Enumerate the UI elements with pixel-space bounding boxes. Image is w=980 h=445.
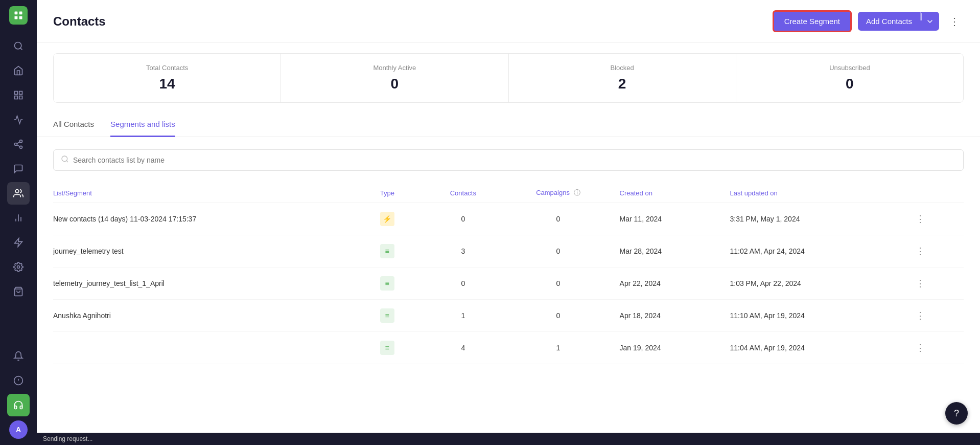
row-campaigns: 0 xyxy=(501,300,615,332)
row-contacts: 1 xyxy=(426,300,501,332)
col-last-updated: Last updated on xyxy=(726,183,907,203)
col-contacts: Contacts xyxy=(426,183,501,203)
row-campaigns: 0 xyxy=(501,235,615,268)
campaigns-info-icon[interactable]: ⓘ xyxy=(574,189,580,196)
row-type: ≡ xyxy=(376,235,426,268)
sidebar-bottom: A xyxy=(7,345,30,439)
sidebar-item-billing[interactable] xyxy=(7,369,30,392)
row-more-button[interactable]: ⋮ xyxy=(912,276,929,291)
row-contacts: 4 xyxy=(426,332,501,364)
help-button[interactable]: ? xyxy=(945,402,968,425)
sidebar-item-contacts[interactable] xyxy=(7,182,30,205)
stat-monthly-active: Monthly Active 0 xyxy=(281,54,508,102)
stat-blocked-value: 2 xyxy=(519,76,726,92)
row-name: journey_telemetry test xyxy=(53,235,376,268)
add-contacts-button-group: Add Contacts | xyxy=(858,12,939,31)
svg-rect-8 xyxy=(15,96,18,99)
svg-rect-7 xyxy=(19,92,22,95)
table-row: New contacts (14 days) 11-03-2024 17:15:… xyxy=(53,203,964,235)
row-contacts: 0 xyxy=(426,268,501,300)
sidebar-item-home[interactable] xyxy=(7,59,30,82)
sidebar-item-notifications[interactable] xyxy=(7,345,30,367)
add-contacts-dropdown-arrow[interactable] xyxy=(921,13,939,30)
row-campaigns: 1 xyxy=(501,332,615,364)
sidebar-headphone-button[interactable] xyxy=(7,394,30,416)
row-type: ≡ xyxy=(376,300,426,332)
stat-total-contacts: Total Contacts 14 xyxy=(54,54,281,102)
sidebar-logo[interactable] xyxy=(9,6,28,25)
stat-monthly-active-value: 0 xyxy=(291,76,498,92)
add-contacts-label[interactable]: Add Contacts xyxy=(858,12,920,31)
sidebar-item-settings[interactable] xyxy=(7,256,30,278)
row-more: ⋮ xyxy=(907,300,964,332)
svg-rect-2 xyxy=(15,16,18,19)
row-name: telemetry_journey_test_list_1_April xyxy=(53,268,376,300)
svg-line-14 xyxy=(17,142,20,143)
sidebar-item-reports[interactable] xyxy=(7,207,30,229)
sidebar-item-campaigns[interactable] xyxy=(7,108,30,131)
row-created-on: Apr 22, 2024 xyxy=(616,268,726,300)
stat-blocked: Blocked 2 xyxy=(509,54,736,102)
type-segment-icon: ⚡ xyxy=(380,212,394,226)
row-last-updated: 1:03 PM, Apr 22, 2024 xyxy=(726,268,907,300)
sidebar: A xyxy=(0,0,37,445)
page-header: Contacts Create Segment Add Contacts | ⋮ xyxy=(37,0,980,43)
sidebar-avatar[interactable]: A xyxy=(9,420,28,439)
col-type: Type xyxy=(376,183,426,203)
sidebar-item-search[interactable] xyxy=(7,35,30,57)
row-campaigns: 0 xyxy=(501,203,615,235)
col-actions xyxy=(907,183,964,203)
status-text: Sending request... xyxy=(43,435,92,442)
svg-point-12 xyxy=(20,146,22,148)
svg-rect-3 xyxy=(19,16,22,19)
row-more-button[interactable]: ⋮ xyxy=(912,308,929,323)
row-more-button[interactable]: ⋮ xyxy=(912,211,929,227)
sidebar-item-flows[interactable] xyxy=(7,133,30,155)
svg-point-20 xyxy=(17,266,20,269)
content-area: List/Segment Type Contacts Campaigns ⓘ C… xyxy=(37,137,980,433)
sidebar-item-conversations[interactable] xyxy=(7,158,30,180)
row-type: ≡ xyxy=(376,268,426,300)
svg-point-4 xyxy=(15,42,21,49)
search-input[interactable] xyxy=(73,156,956,164)
row-type: ≡ xyxy=(376,332,426,364)
row-last-updated: 11:02 AM, Apr 24, 2024 xyxy=(726,235,907,268)
svg-rect-6 xyxy=(15,92,18,95)
row-more: ⋮ xyxy=(907,235,964,268)
table-row: ≡ 4 1 Jan 19, 2024 11:04 AM, Apr 19, 202… xyxy=(53,332,964,364)
stats-bar: Total Contacts 14 Monthly Active 0 Block… xyxy=(53,53,964,103)
row-created-on: Jan 19, 2024 xyxy=(616,332,726,364)
row-name: Anushka Agnihotri xyxy=(53,300,376,332)
row-contacts: 3 xyxy=(426,235,501,268)
svg-rect-1 xyxy=(19,12,22,15)
stat-unsubscribed-label: Unsubscribed xyxy=(746,64,953,72)
search-icon xyxy=(61,155,69,165)
row-more-button[interactable]: ⋮ xyxy=(912,340,929,355)
more-options-button[interactable]: ⋮ xyxy=(945,11,964,32)
row-created-on: Mar 28, 2024 xyxy=(616,235,726,268)
row-last-updated: 3:31 PM, May 1, 2024 xyxy=(726,203,907,235)
row-more-button[interactable]: ⋮ xyxy=(912,243,929,259)
create-segment-button[interactable]: Create Segment xyxy=(773,10,852,32)
table-row: Anushka Agnihotri ≡ 1 0 Apr 18, 2024 11:… xyxy=(53,300,964,332)
tab-all-contacts[interactable]: All Contacts xyxy=(53,114,94,137)
tab-segments-and-lists[interactable]: Segments and lists xyxy=(110,114,175,137)
svg-rect-0 xyxy=(15,12,18,15)
svg-point-11 xyxy=(15,143,17,146)
svg-point-15 xyxy=(15,190,19,193)
row-last-updated: 11:04 AM, Apr 19, 2024 xyxy=(726,332,907,364)
row-name: New contacts (14 days) 11-03-2024 17:15:… xyxy=(53,203,376,235)
tabs: All Contacts Segments and lists xyxy=(37,113,980,137)
type-list-icon: ≡ xyxy=(380,276,394,291)
stat-total-contacts-label: Total Contacts xyxy=(64,64,270,72)
col-list-segment: List/Segment xyxy=(53,183,376,203)
svg-point-10 xyxy=(20,140,22,143)
status-bar: Sending request... xyxy=(37,433,980,445)
svg-line-13 xyxy=(17,145,20,146)
sidebar-item-store[interactable] xyxy=(7,280,30,303)
search-bar xyxy=(53,149,964,171)
row-name xyxy=(53,332,376,364)
sidebar-item-integrations[interactable] xyxy=(7,231,30,254)
sidebar-item-dashboard[interactable] xyxy=(7,84,30,106)
table-body: New contacts (14 days) 11-03-2024 17:15:… xyxy=(53,203,964,364)
